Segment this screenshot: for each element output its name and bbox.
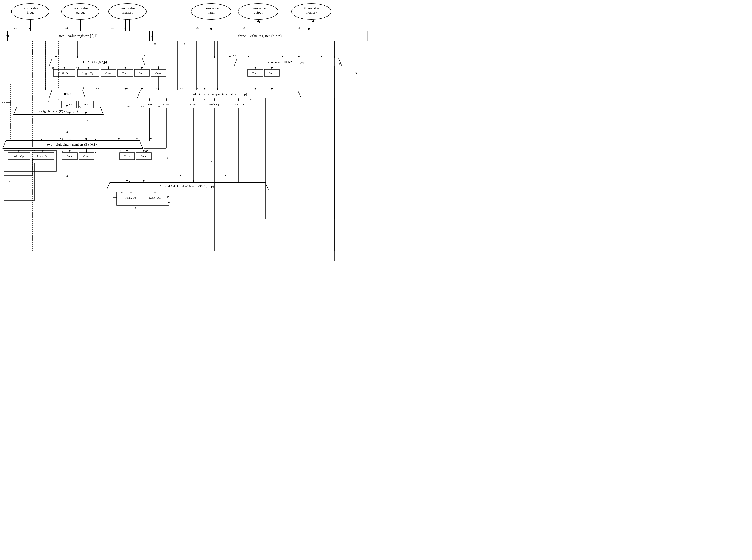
svg-text:memory: memory bbox=[306, 11, 317, 15]
svg-text:two – digit binary numbers    : two – digit binary numbers (B) {0,1} bbox=[47, 143, 97, 146]
svg-text:19: 19 bbox=[76, 67, 79, 69]
svg-text:2: 2 bbox=[95, 137, 97, 140]
svg-text:3-digit non-redun.sym.bin.nos.: 3-digit non-redun.sym.bin.nos. (H) {n, o… bbox=[192, 93, 247, 96]
svg-text:76: 76 bbox=[150, 138, 152, 141]
svg-text:47: 47 bbox=[79, 105, 81, 108]
svg-text:two – value: two – value bbox=[73, 6, 88, 10]
svg-text:33: 33 bbox=[243, 26, 246, 29]
svg-text:3: 3 bbox=[182, 42, 183, 45]
svg-text:2: 2 bbox=[9, 180, 10, 183]
svg-text:input: input bbox=[208, 11, 215, 15]
svg-text:2: 2 bbox=[113, 179, 114, 182]
svg-text:85: 85 bbox=[85, 138, 87, 141]
svg-text:input: input bbox=[27, 11, 34, 15]
svg-text:17: 17 bbox=[250, 98, 252, 101]
svg-text:Conv.: Conv. bbox=[105, 72, 112, 75]
svg-text:2: 2 bbox=[180, 173, 181, 176]
svg-text:2: 2 bbox=[167, 156, 169, 159]
svg-text:99: 99 bbox=[144, 54, 147, 57]
svg-text:2: 2 bbox=[142, 102, 144, 105]
svg-text:3: 3 bbox=[155, 42, 156, 45]
svg-text:HEN3      (T)  {n,o,p}: HEN3 (T) {n,o,p} bbox=[83, 60, 107, 64]
svg-text:2: 2 bbox=[95, 114, 97, 117]
svg-text:32: 32 bbox=[196, 26, 199, 29]
svg-text:44: 44 bbox=[58, 98, 60, 101]
svg-text:74: 74 bbox=[62, 98, 64, 101]
svg-text:77: 77 bbox=[156, 87, 159, 90]
svg-text:2: 2 bbox=[87, 119, 88, 122]
svg-text:three – value  register  {n,o,: three – value register {n,o,p} bbox=[238, 34, 282, 38]
svg-text:1: 1 bbox=[81, 20, 82, 24]
svg-text:2-based 3-digit redun.bin.nos.: 2-based 3-digit redun.bin.nos. (R) {n, o… bbox=[160, 185, 214, 188]
svg-text:HEN2: HEN2 bbox=[63, 92, 71, 96]
svg-text:34: 34 bbox=[297, 26, 300, 29]
svg-text:Conv.: Conv. bbox=[163, 103, 170, 106]
svg-text:Conv.: Conv. bbox=[146, 103, 153, 106]
svg-text:1: 1 bbox=[31, 20, 33, 24]
svg-text:21: 21 bbox=[6, 35, 9, 38]
svg-text:3: 3 bbox=[355, 72, 357, 75]
svg-text:2: 2 bbox=[66, 130, 68, 133]
svg-text:three-value: three-value bbox=[251, 6, 266, 10]
svg-text:95: 95 bbox=[82, 86, 85, 89]
svg-text:24: 24 bbox=[111, 26, 114, 29]
svg-text:two – value  register  {0,1}: two – value register {0,1} bbox=[59, 34, 98, 38]
svg-text:Arith. Op.: Arith. Op. bbox=[209, 103, 220, 106]
svg-text:Logic. Op.: Logic. Op. bbox=[149, 196, 161, 199]
svg-text:memory: memory bbox=[122, 11, 133, 15]
svg-text:1: 1 bbox=[212, 20, 214, 24]
svg-text:two – value: two – value bbox=[23, 6, 38, 10]
svg-text:three-value: three-value bbox=[203, 6, 219, 10]
svg-text:Conv.: Conv. bbox=[141, 155, 147, 158]
svg-rect-209 bbox=[265, 98, 334, 219]
svg-text:14: 14 bbox=[121, 191, 123, 194]
svg-text:compressed HEN2   (P)  {n,o,p}: compressed HEN2 (P) {n,o,p} bbox=[268, 60, 306, 64]
svg-text:two – value: two – value bbox=[120, 6, 135, 10]
svg-text:55: 55 bbox=[62, 149, 64, 153]
svg-text:56: 56 bbox=[117, 138, 120, 141]
svg-text:16: 16 bbox=[204, 98, 206, 101]
svg-text:Logic. Op.: Logic. Op. bbox=[233, 103, 244, 106]
svg-text:11: 11 bbox=[8, 149, 11, 153]
svg-text:87: 87 bbox=[180, 87, 183, 90]
circuit-diagram: two – value input two – value output two… bbox=[0, 0, 376, 280]
svg-text:1: 1 bbox=[259, 20, 260, 24]
svg-text:67: 67 bbox=[158, 104, 161, 107]
svg-text:22: 22 bbox=[14, 26, 17, 29]
svg-text:Arith. Op.: Arith. Op. bbox=[125, 196, 137, 199]
svg-text:79: 79 bbox=[140, 87, 143, 90]
svg-text:Arith. Op.: Arith. Op. bbox=[59, 72, 70, 75]
svg-text:56: 56 bbox=[119, 149, 121, 153]
svg-text:3: 3 bbox=[339, 62, 340, 65]
svg-text:Conv.: Conv. bbox=[156, 72, 162, 75]
svg-text:2: 2 bbox=[225, 173, 226, 176]
svg-text:Conv.: Conv. bbox=[139, 72, 145, 75]
svg-text:Conv.: Conv. bbox=[122, 72, 128, 75]
svg-text:2: 2 bbox=[95, 150, 97, 153]
svg-text:Conv.: Conv. bbox=[252, 72, 259, 75]
svg-text:88: 88 bbox=[233, 54, 236, 57]
svg-text:three-value: three-value bbox=[304, 6, 319, 10]
svg-text:2: 2 bbox=[96, 55, 98, 58]
svg-text:65: 65 bbox=[145, 149, 148, 153]
svg-text:output: output bbox=[254, 11, 262, 15]
svg-text:3: 3 bbox=[48, 100, 50, 103]
svg-text:Conv.: Conv. bbox=[124, 155, 131, 158]
svg-text:Logic. Op.: Logic. Op. bbox=[82, 72, 94, 75]
svg-text:Conv.: Conv. bbox=[191, 103, 197, 106]
svg-text:3: 3 bbox=[183, 42, 185, 45]
svg-text:23: 23 bbox=[65, 26, 68, 29]
svg-text:Conv.: Conv. bbox=[269, 72, 275, 75]
svg-text:59: 59 bbox=[96, 87, 99, 90]
svg-text:58: 58 bbox=[60, 138, 63, 141]
svg-text:output: output bbox=[76, 11, 85, 15]
svg-text:57: 57 bbox=[127, 104, 131, 107]
svg-text:78: 78 bbox=[195, 87, 198, 90]
svg-text:97: 97 bbox=[125, 87, 128, 90]
svg-text:18: 18 bbox=[52, 67, 54, 69]
svg-text:65: 65 bbox=[136, 137, 139, 140]
svg-text:12: 12 bbox=[33, 149, 35, 153]
svg-text:2: 2 bbox=[66, 174, 68, 177]
svg-text:3: 3 bbox=[326, 42, 328, 45]
svg-text:Conv.: Conv. bbox=[67, 155, 73, 158]
